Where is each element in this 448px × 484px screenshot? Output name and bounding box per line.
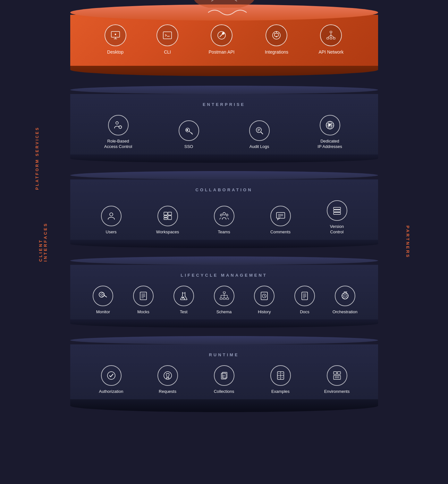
icon-postman-api: Postman API <box>209 24 235 55</box>
svg-rect-55 <box>334 212 341 214</box>
runtime-title: RUNTIME <box>70 352 378 357</box>
layers-icon <box>332 205 342 216</box>
svg-rect-41 <box>164 212 167 215</box>
runtime-body: RUNTIME Authorization <box>70 344 378 399</box>
svg-rect-54 <box>334 210 341 212</box>
svg-line-27 <box>192 133 192 134</box>
terminal-icon <box>162 30 173 41</box>
icon-environments: Environments <box>309 365 365 394</box>
api-icon <box>216 30 227 41</box>
environments-circle <box>327 365 347 386</box>
svg-rect-70 <box>223 298 225 299</box>
version-control-circle <box>327 200 347 221</box>
comment-icon <box>275 211 286 221</box>
schema-label: Schema <box>216 309 232 315</box>
svg-text:IP: IP <box>329 124 331 126</box>
collaboration-icons: Users Workspaces <box>70 200 378 235</box>
history-label: History <box>258 309 271 315</box>
icon-monitor: Monitor <box>83 286 123 315</box>
icon-sso: SSO <box>154 120 224 150</box>
svg-line-21 <box>331 35 334 38</box>
docs-circle <box>294 286 315 306</box>
lifecycle-body: LIFECYCLE MANAGEMENT Monitor <box>70 265 378 320</box>
monitor-circle <box>93 286 113 306</box>
workspaces-label: Workspaces <box>156 229 179 235</box>
mocks-circle <box>133 286 154 306</box>
svg-point-87 <box>164 372 172 379</box>
postman-api-label: Postman API <box>209 49 235 55</box>
dedicated-ip-label: DedicatedIP Addresses <box>317 139 342 150</box>
svg-rect-17 <box>333 38 335 39</box>
version-control-label: VersionControl <box>330 224 344 235</box>
flask-icon <box>179 291 189 301</box>
cctv-icon <box>98 291 108 301</box>
orchestration-label: Orchestration <box>333 309 358 315</box>
svg-point-46 <box>223 212 225 215</box>
icon-requests: Requests <box>139 365 196 394</box>
collections-label: Collections <box>214 389 234 394</box>
desktop-circle <box>105 24 126 46</box>
clock-doc-icon <box>259 291 269 301</box>
platform-services-label: PLATFORM SERVICES <box>35 126 39 190</box>
svg-point-66 <box>184 298 185 299</box>
svg-rect-68 <box>223 292 225 293</box>
authorization-circle <box>101 365 122 386</box>
history-circle <box>254 286 275 306</box>
test-circle <box>173 286 194 306</box>
enterprise-title: ENTERPRISE <box>70 102 378 107</box>
svg-rect-53 <box>334 207 341 209</box>
svg-line-25 <box>189 131 193 134</box>
icon-version-control: VersionControl <box>309 200 365 235</box>
mocks-label: Mocks <box>137 309 149 315</box>
icon-schema: Schema <box>204 286 244 315</box>
svg-point-48 <box>226 214 228 216</box>
audit-logs-label: Audit Logs <box>249 144 269 150</box>
icon-users: Users <box>83 206 139 235</box>
svg-rect-102 <box>334 376 341 379</box>
check-circle-icon <box>106 370 116 381</box>
icon-teams: Teams <box>196 206 252 235</box>
monitor-icon <box>110 30 121 41</box>
lifecycle-title: LIFECYCLE MANAGEMENT <box>70 273 378 278</box>
sso-label: SSO <box>184 144 193 150</box>
svg-rect-59 <box>140 292 147 300</box>
dedicated-ip-circle: IP <box>320 115 340 135</box>
svg-rect-49 <box>276 212 285 218</box>
icon-comments: Comments <box>252 206 309 235</box>
svg-rect-43 <box>164 216 167 217</box>
search-doc-icon <box>254 125 265 136</box>
svg-point-23 <box>119 126 122 128</box>
runtime-layer: RUNTIME Authorization <box>70 336 378 412</box>
requests-label: Requests <box>159 389 176 394</box>
workspaces-circle <box>157 206 178 226</box>
svg-rect-79 <box>302 292 308 300</box>
lifecycle-icons: Monitor Mocks <box>70 286 378 315</box>
examples-circle <box>270 365 291 386</box>
collaboration-layer: COLLABORATION Users <box>70 171 378 248</box>
svg-point-22 <box>116 122 118 124</box>
icon-orchestration: Orchestration <box>325 286 365 315</box>
main-container: CLIENTINTERFACES PARTNERS PLATFORM SERVI… <box>48 4 401 480</box>
collaboration-body: COLLABORATION Users <box>70 179 378 240</box>
integrations-circle <box>266 24 287 46</box>
requests-circle <box>157 365 178 386</box>
svg-rect-69 <box>220 298 222 299</box>
svg-rect-6 <box>163 32 172 39</box>
postman-logo-area: POSTMAN <box>192 0 256 9</box>
svg-point-47 <box>220 214 222 216</box>
api-network-label: API Network <box>318 49 343 55</box>
desktop-label: Desktop <box>107 49 123 55</box>
comments-circle <box>270 206 291 226</box>
cursor-icon <box>163 370 173 381</box>
icon-workspaces: Workspaces <box>139 206 196 235</box>
examples-label: Examples <box>271 389 290 394</box>
svg-point-65 <box>182 297 183 298</box>
lifecycle-layer: LIFECYCLE MANAGEMENT Monitor <box>70 256 378 328</box>
icon-mocks: Mocks <box>123 286 164 315</box>
svg-line-57 <box>104 295 107 297</box>
svg-point-28 <box>187 129 188 131</box>
plug-icon <box>271 30 282 41</box>
top-layer: POSTMAN <box>70 4 378 76</box>
teams-label: Teams <box>218 229 230 235</box>
grid-icon <box>163 211 173 221</box>
